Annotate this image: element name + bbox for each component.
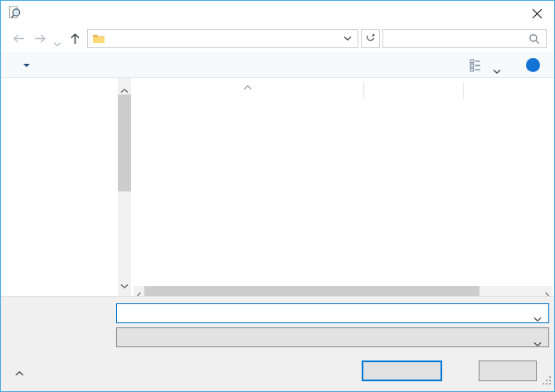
search-box — [382, 29, 547, 48]
sidebar-scrollbar-thumb[interactable] — [118, 94, 131, 191]
command-toolbar — [1, 52, 554, 78]
address-dropdown-chevron-icon[interactable] — [343, 36, 352, 41]
file-name-label — [1, 303, 111, 322]
close-icon[interactable] — [532, 7, 543, 19]
save-button[interactable] — [362, 361, 442, 381]
chevron-down-icon — [23, 64, 30, 67]
save-as-type-select[interactable] — [116, 327, 549, 347]
dialog-footer — [1, 296, 554, 391]
save-as-type-label — [1, 327, 111, 346]
scroll-down-icon[interactable] — [120, 278, 129, 293]
folder-icon — [92, 32, 105, 46]
help-icon[interactable] — [526, 58, 540, 72]
policy-analyzer-icon — [8, 6, 22, 19]
address-bar[interactable] — [87, 29, 358, 48]
up-arrow-icon[interactable] — [68, 31, 83, 46]
refresh-button[interactable] — [361, 29, 380, 48]
back-arrow-icon[interactable] — [12, 31, 27, 46]
sort-ascending-caret-icon — [243, 79, 252, 94]
sidebar-scrollbar[interactable] — [118, 78, 131, 296]
navigation-pane — [1, 78, 118, 296]
column-divider[interactable] — [463, 82, 464, 99]
forward-arrow-icon[interactable] — [33, 31, 48, 46]
search-input[interactable] — [383, 30, 546, 47]
horizontal-scrollbar-thumb[interactable] — [144, 286, 480, 296]
navigation-bar — [1, 25, 554, 52]
column-divider[interactable] — [363, 82, 364, 99]
chevron-down-icon — [493, 63, 501, 78]
file-name-input[interactable] — [117, 304, 548, 322]
title-bar — [1, 1, 554, 25]
cancel-button[interactable] — [479, 361, 537, 381]
resize-grip-icon[interactable] — [541, 374, 552, 389]
import-policy-rules-dialog — [0, 0, 555, 392]
search-icon[interactable] — [528, 33, 540, 48]
file-name-combobox — [116, 303, 549, 323]
chevron-down-icon — [533, 335, 542, 353]
file-list-horizontal-scrollbar[interactable] — [134, 286, 553, 296]
chevron-up-icon — [15, 363, 24, 383]
recent-locations-chevron-icon[interactable] — [53, 36, 68, 51]
refresh-icon — [365, 31, 376, 46]
organize-button[interactable] — [17, 52, 30, 77]
hide-folders-button[interactable] — [15, 363, 32, 383]
chevron-down-icon[interactable] — [533, 311, 542, 326]
view-list-icon — [470, 60, 485, 75]
change-view-button[interactable] — [470, 59, 506, 72]
